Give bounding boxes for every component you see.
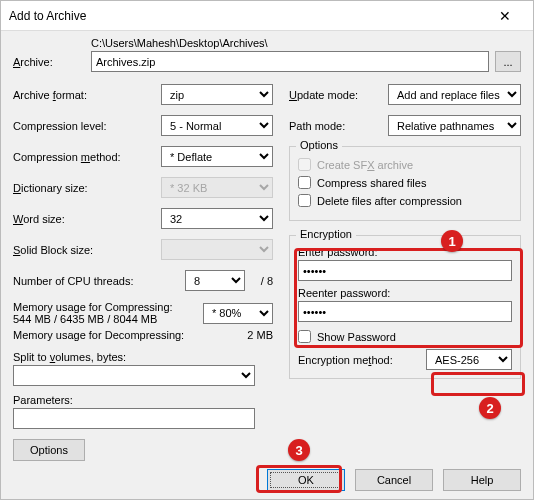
params-input[interactable] (13, 408, 255, 429)
mem-comp-detail: 544 MB / 6435 MB / 8044 MB (13, 313, 203, 325)
archive-filename-input[interactable] (91, 51, 489, 72)
window-title: Add to Archive (9, 9, 485, 23)
update-select[interactable]: Add and replace files (388, 84, 521, 105)
level-select[interactable]: 5 - Normal (161, 115, 273, 136)
dialog-window: Add to Archive ✕ C:\Users\Mahesh\Desktop… (0, 0, 534, 500)
sfx-label: Create SFX archive (317, 159, 413, 171)
titlebar: Add to Archive ✕ (1, 1, 533, 31)
block-select (161, 239, 273, 260)
archive-label: Archive: (13, 56, 91, 68)
sfx-checkbox (298, 158, 311, 171)
show-password-checkbox[interactable] (298, 330, 311, 343)
delete-label: Delete files after compression (317, 195, 462, 207)
threads-max: / 8 (253, 275, 273, 287)
split-select[interactable] (13, 365, 255, 386)
mem-decomp-label: Memory usage for Decompressing: (13, 329, 247, 341)
options-button[interactable]: Options (13, 439, 85, 461)
level-label: Compression level: (13, 120, 161, 132)
dict-select: * 32 KB (161, 177, 273, 198)
annotation-badge-3: 3 (288, 439, 310, 461)
pathmode-label: Path mode: (289, 120, 388, 132)
word-select[interactable]: 32 (161, 208, 273, 229)
encryption-group-title: Encryption (296, 228, 356, 240)
reenter-password-input[interactable] (298, 301, 512, 322)
shared-checkbox[interactable] (298, 176, 311, 189)
params-label: Parameters: (13, 394, 273, 406)
help-button[interactable]: Help (443, 469, 521, 491)
ok-button[interactable]: OK (267, 469, 345, 491)
method-select[interactable]: * Deflate (161, 146, 273, 167)
archive-path: C:\Users\Mahesh\Desktop\Archives\ (91, 37, 521, 49)
threads-label: Number of CPU threads: (13, 275, 185, 287)
format-select[interactable]: zip (161, 84, 273, 105)
mem-comp-select[interactable]: * 80% (203, 303, 273, 324)
enc-method-label: Encryption method: (298, 354, 426, 366)
dict-label: Dictionary size: (13, 182, 161, 194)
enter-password-input[interactable] (298, 260, 512, 281)
close-icon[interactable]: ✕ (485, 8, 525, 24)
threads-select[interactable]: 8 (185, 270, 245, 291)
options-group: Options Create SFX archive Compress shar… (289, 146, 521, 221)
split-label: Split to volumes, bytes: (13, 351, 273, 363)
options-group-title: Options (296, 139, 342, 151)
format-label: Archive format: (13, 89, 161, 101)
annotation-badge-2: 2 (479, 397, 501, 419)
annotation-badge-1: 1 (441, 230, 463, 252)
show-password-label: Show Password (317, 331, 396, 343)
enc-method-select[interactable]: AES-256 (426, 349, 512, 370)
shared-label: Compress shared files (317, 177, 426, 189)
update-label: Update mode: (289, 89, 388, 101)
cancel-button[interactable]: Cancel (355, 469, 433, 491)
block-label: Solid Block size: (13, 244, 161, 256)
browse-button[interactable]: ... (495, 51, 521, 72)
pathmode-select[interactable]: Relative pathnames (388, 115, 521, 136)
footer: OK Cancel Help (267, 469, 521, 491)
reenter-password-label: Reenter password: (298, 287, 512, 299)
mem-comp-label: Memory usage for Compressing: (13, 301, 203, 313)
mem-decomp-value: 2 MB (247, 329, 273, 341)
delete-checkbox[interactable] (298, 194, 311, 207)
left-column: Archive format: zip Compression level: 5… (13, 80, 273, 461)
method-label: Compression method: (13, 151, 161, 163)
encryption-group: Encryption Enter password: Reenter passw… (289, 235, 521, 379)
enter-password-label: Enter password: (298, 246, 512, 258)
word-label: Word size: (13, 213, 161, 225)
